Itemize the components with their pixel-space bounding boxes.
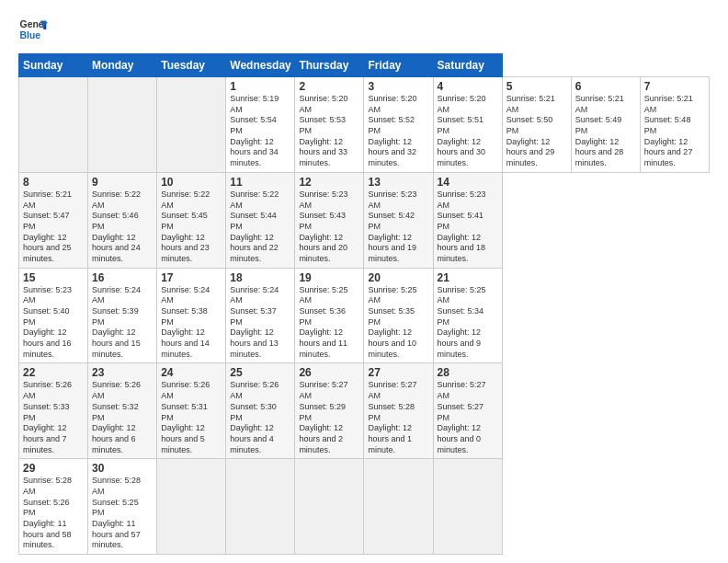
weekday-thursday: Thursday [295,54,364,77]
day-number: 12 [299,176,359,189]
calendar-cell: 10Sunrise: 5:22 AMSunset: 5:45 PMDayligh… [157,172,226,268]
day-number: 3 [368,80,428,93]
day-info: Sunrise: 5:25 AMSunset: 5:35 PMDaylight:… [368,285,428,361]
day-number: 29 [23,462,84,475]
calendar-cell: 6Sunrise: 5:21 AMSunset: 5:49 PMDaylight… [571,77,640,173]
calendar-cell: 3Sunrise: 5:20 AMSunset: 5:52 PMDaylight… [364,77,433,173]
weekday-friday: Friday [364,54,433,77]
calendar-cell [364,459,433,555]
day-number: 24 [161,366,222,379]
calendar-cell [157,77,226,173]
calendar-cell: 29Sunrise: 5:28 AMSunset: 5:26 PMDayligh… [19,459,88,555]
day-info: Sunrise: 5:23 AMSunset: 5:41 PMDaylight:… [438,190,498,265]
day-info: Sunrise: 5:25 AMSunset: 5:34 PMDaylight:… [438,285,498,361]
calendar-cell: 8Sunrise: 5:21 AMSunset: 5:47 PMDaylight… [19,172,88,268]
calendar-cell: 2Sunrise: 5:20 AMSunset: 5:53 PMDaylight… [295,77,364,173]
day-number: 26 [299,366,359,379]
day-number: 27 [368,366,428,379]
calendar-cell: 5Sunrise: 5:21 AMSunset: 5:50 PMDaylight… [502,77,571,173]
calendar-cell [433,459,502,555]
calendar-cell [295,459,364,555]
day-number: 16 [92,271,153,284]
calendar-cell: 12Sunrise: 5:23 AMSunset: 5:43 PMDayligh… [295,172,364,268]
day-number: 6 [575,80,636,93]
calendar-cell: 21Sunrise: 5:25 AMSunset: 5:34 PMDayligh… [433,268,502,363]
day-info: Sunrise: 5:20 AMSunset: 5:51 PMDaylight:… [438,94,498,169]
day-number: 18 [230,271,290,284]
day-number: 25 [230,366,290,379]
calendar-cell: 7Sunrise: 5:21 AMSunset: 5:48 PMDaylight… [640,77,709,173]
day-info: Sunrise: 5:21 AMSunset: 5:47 PMDaylight:… [23,190,84,265]
svg-text:Blue: Blue [20,30,41,40]
day-info: Sunrise: 5:24 AMSunset: 5:39 PMDaylight:… [92,285,153,361]
day-number: 14 [438,176,498,189]
calendar-cell: 22Sunrise: 5:26 AMSunset: 5:33 PMDayligh… [19,363,88,459]
day-number: 4 [438,80,498,93]
day-info: Sunrise: 5:28 AMSunset: 5:25 PMDaylight:… [92,476,153,551]
day-info: Sunrise: 5:21 AMSunset: 5:50 PMDaylight:… [506,94,567,169]
day-info: Sunrise: 5:20 AMSunset: 5:53 PMDaylight:… [299,94,359,169]
calendar-cell: 26Sunrise: 5:27 AMSunset: 5:29 PMDayligh… [295,363,364,459]
day-number: 9 [92,176,153,189]
logo: General Blue [18,15,48,44]
calendar-cell [226,459,295,555]
weekday-tuesday: Tuesday [157,54,226,77]
calendar-cell: 4Sunrise: 5:20 AMSunset: 5:51 PMDaylight… [433,77,502,173]
day-info: Sunrise: 5:22 AMSunset: 5:46 PMDaylight:… [92,190,153,265]
calendar-cell: 16Sunrise: 5:24 AMSunset: 5:39 PMDayligh… [88,268,157,363]
day-info: Sunrise: 5:26 AMSunset: 5:32 PMDaylight:… [92,380,153,455]
day-info: Sunrise: 5:21 AMSunset: 5:49 PMDaylight:… [575,94,636,169]
day-info: Sunrise: 5:23 AMSunset: 5:43 PMDaylight:… [299,190,359,265]
day-info: Sunrise: 5:28 AMSunset: 5:26 PMDaylight:… [23,476,84,551]
weekday-saturday: Saturday [433,54,502,77]
day-info: Sunrise: 5:26 AMSunset: 5:31 PMDaylight:… [161,380,222,455]
day-number: 13 [368,176,428,189]
calendar-cell: 9Sunrise: 5:22 AMSunset: 5:46 PMDaylight… [88,172,157,268]
calendar-cell: 20Sunrise: 5:25 AMSunset: 5:35 PMDayligh… [364,268,433,363]
calendar-cell: 30Sunrise: 5:28 AMSunset: 5:25 PMDayligh… [88,459,157,555]
calendar-cell: 14Sunrise: 5:23 AMSunset: 5:41 PMDayligh… [433,172,502,268]
calendar-cell: 24Sunrise: 5:26 AMSunset: 5:31 PMDayligh… [157,363,226,459]
day-number: 10 [161,176,222,189]
day-info: Sunrise: 5:23 AMSunset: 5:42 PMDaylight:… [368,190,428,265]
day-info: Sunrise: 5:26 AMSunset: 5:33 PMDaylight:… [23,380,84,455]
day-number: 30 [92,462,153,475]
day-number: 19 [299,271,359,284]
day-info: Sunrise: 5:26 AMSunset: 5:30 PMDaylight:… [230,380,290,455]
calendar-cell: 11Sunrise: 5:22 AMSunset: 5:44 PMDayligh… [226,172,295,268]
day-info: Sunrise: 5:21 AMSunset: 5:48 PMDaylight:… [644,94,705,169]
calendar-cell: 28Sunrise: 5:27 AMSunset: 5:27 PMDayligh… [433,363,502,459]
calendar-cell: 15Sunrise: 5:23 AMSunset: 5:40 PMDayligh… [19,268,88,363]
day-number: 1 [230,80,290,93]
day-number: 17 [161,271,222,284]
calendar-cell: 1Sunrise: 5:19 AMSunset: 5:54 PMDaylight… [226,77,295,173]
calendar-cell [19,77,88,173]
calendar-cell: 17Sunrise: 5:24 AMSunset: 5:38 PMDayligh… [157,268,226,363]
weekday-monday: Monday [88,54,157,77]
day-info: Sunrise: 5:20 AMSunset: 5:52 PMDaylight:… [368,94,428,169]
calendar-cell: 27Sunrise: 5:27 AMSunset: 5:28 PMDayligh… [364,363,433,459]
day-info: Sunrise: 5:25 AMSunset: 5:36 PMDaylight:… [299,285,359,361]
calendar-cell: 13Sunrise: 5:23 AMSunset: 5:42 PMDayligh… [364,172,433,268]
day-number: 5 [506,80,567,93]
calendar-cell: 19Sunrise: 5:25 AMSunset: 5:36 PMDayligh… [295,268,364,363]
page: General Blue SundayMondayTuesdayWednesda… [0,0,728,563]
day-info: Sunrise: 5:23 AMSunset: 5:40 PMDaylight:… [23,285,84,361]
day-info: Sunrise: 5:27 AMSunset: 5:27 PMDaylight:… [438,380,498,455]
calendar-cell: 25Sunrise: 5:26 AMSunset: 5:30 PMDayligh… [226,363,295,459]
day-info: Sunrise: 5:19 AMSunset: 5:54 PMDaylight:… [230,94,290,169]
day-info: Sunrise: 5:27 AMSunset: 5:28 PMDaylight:… [368,380,428,455]
day-number: 21 [438,271,498,284]
day-number: 11 [230,176,290,189]
day-number: 2 [299,80,359,93]
day-number: 20 [368,271,428,284]
day-info: Sunrise: 5:24 AMSunset: 5:37 PMDaylight:… [230,285,290,361]
day-number: 22 [23,366,84,379]
day-number: 28 [438,366,498,379]
calendar-cell [157,459,226,555]
calendar-cell: 23Sunrise: 5:26 AMSunset: 5:32 PMDayligh… [88,363,157,459]
header: General Blue [18,15,710,44]
weekday-wednesday: Wednesday [226,54,295,77]
day-info: Sunrise: 5:24 AMSunset: 5:38 PMDaylight:… [161,285,222,361]
day-info: Sunrise: 5:27 AMSunset: 5:29 PMDaylight:… [299,380,359,455]
